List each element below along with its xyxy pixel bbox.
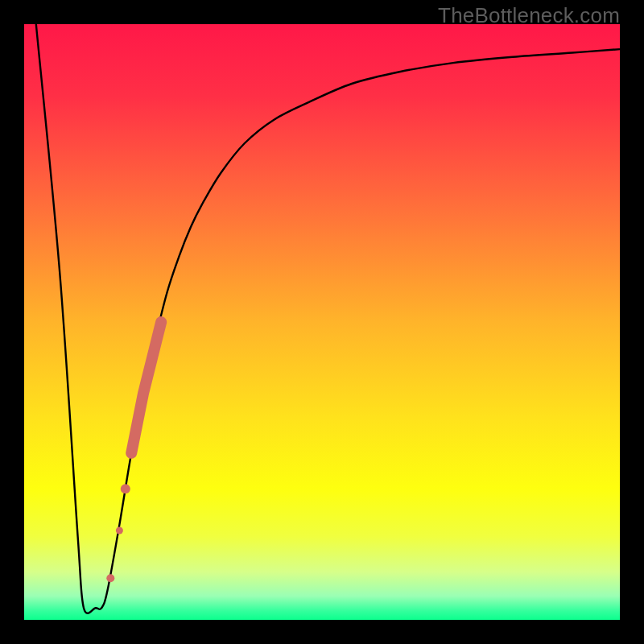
dot-point: [106, 574, 114, 582]
plot-area: [24, 24, 620, 620]
bottleneck-curve: [36, 24, 620, 613]
dot-segment: [131, 322, 161, 453]
curve-layer: [24, 24, 620, 620]
watermark-text: TheBottleneck.com: [438, 3, 620, 28]
chart-frame: TheBottleneck.com: [0, 0, 644, 644]
dot-point: [121, 484, 130, 493]
dot-point: [116, 527, 123, 535]
dot-cluster: [106, 322, 161, 582]
